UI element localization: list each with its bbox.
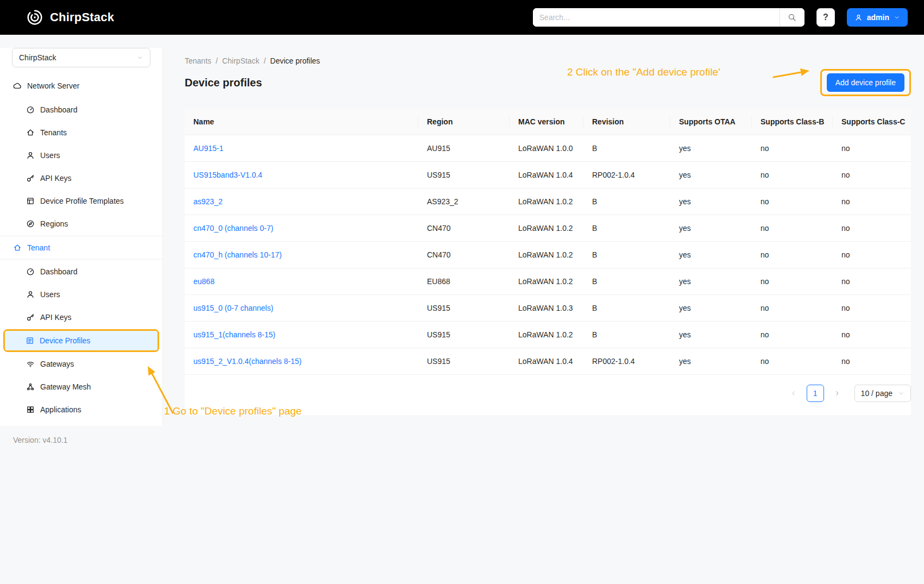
table-cell: yes — [670, 322, 752, 348]
table-header-row: NameRegionMAC versionRevisionSupports OT… — [185, 109, 911, 135]
breadcrumb-item-chirpstack[interactable]: ChirpStack — [222, 56, 259, 65]
table-cell: B — [583, 242, 670, 268]
table-cell: LoRaWAN 1.0.0 — [510, 135, 583, 162]
column-header-mac-version: MAC version — [510, 109, 583, 135]
table-cell: B — [583, 215, 670, 242]
table-row: as923_2AS923_2LoRaWAN 1.0.2Byesnono — [185, 189, 911, 215]
main-content: Tenants/ChirpStack/Device profiles Devic… — [163, 35, 924, 584]
sidebar-item-label: Dashboard — [40, 105, 78, 114]
sidebar-group-network-server[interactable]: Network Server — [0, 74, 162, 98]
sidebar-item-dashboard[interactable]: Dashboard — [5, 261, 157, 282]
sidebar-group-label: Network Server — [27, 81, 79, 90]
sidebar-item-api-keys[interactable]: API Keys — [5, 167, 157, 189]
top-header: ChirpStack ? admin — [0, 0, 924, 35]
table-cell: no — [752, 242, 833, 268]
page-size-select[interactable]: 10 / page — [854, 385, 911, 402]
wifi-icon — [26, 360, 35, 368]
table-cell: B — [583, 189, 670, 215]
table-cell: US915 — [418, 322, 510, 348]
table-cell: no — [752, 162, 833, 189]
sidebar-item-label: Regions — [40, 219, 68, 228]
breadcrumb: Tenants/ChirpStack/Device profiles — [185, 56, 911, 65]
dashboard-icon — [26, 267, 35, 276]
table-cell: no — [752, 135, 833, 162]
tenant-select[interactable]: ChirpStack — [12, 48, 150, 67]
table-row: AU915-1AU915LoRaWAN 1.0.0Byesnono — [185, 135, 911, 162]
table-cell: no — [833, 295, 911, 322]
help-button[interactable]: ? — [816, 8, 835, 27]
table-row: cn470_0 (channels 0-7)CN470LoRaWAN 1.0.2… — [185, 215, 911, 242]
device-profiles-table: NameRegionMAC versionRevisionSupports OT… — [185, 109, 911, 375]
sidebar-item-label: Dashboard — [40, 267, 78, 276]
breadcrumb-item-tenants[interactable]: Tenants — [185, 56, 211, 65]
table-cell: no — [752, 322, 833, 348]
tenant-select-value: ChirpStack — [19, 53, 56, 62]
device-profile-link[interactable]: cn470_h (channels 10-17) — [185, 242, 418, 268]
table-cell: no — [833, 348, 911, 375]
mesh-icon — [26, 382, 35, 391]
table-cell: no — [752, 348, 833, 375]
table-cell: LoRaWAN 1.0.2 — [510, 215, 583, 242]
sidebar-item-gateways[interactable]: Gateways — [5, 353, 157, 375]
sidebar-item-applications[interactable]: Applications — [5, 399, 157, 420]
table-row: us915_0 (0-7 channels)US915LoRaWAN 1.0.3… — [185, 295, 911, 322]
key-icon — [26, 313, 35, 322]
sidebar-item-api-keys[interactable]: API Keys — [5, 306, 157, 328]
table-cell: yes — [670, 348, 752, 375]
sidebar-panel: ChirpStack Network ServerDashboardTenant… — [0, 48, 163, 426]
page-number[interactable]: 1 — [807, 385, 824, 402]
add-device-profile-button[interactable]: Add device profile — [827, 73, 904, 92]
table-cell: RP002-1.0.4 — [583, 162, 670, 189]
compass-icon — [26, 219, 35, 228]
brand[interactable]: ChirpStack — [25, 8, 114, 27]
sidebar-item-gateway-mesh[interactable]: Gateway Mesh — [5, 376, 157, 398]
annotation-arrow-2 — [771, 65, 814, 83]
table-cell: no — [833, 189, 911, 215]
sidebar-group-label: Tenant — [27, 243, 50, 252]
table-cell: yes — [670, 162, 752, 189]
column-header-region: Region — [418, 109, 510, 135]
sidebar-item-label: Users — [40, 151, 60, 160]
sidebar-item-users[interactable]: Users — [5, 284, 157, 305]
table-cell: US915 — [418, 162, 510, 189]
table-cell: LoRaWAN 1.0.2 — [510, 322, 583, 348]
table-cell: no — [833, 135, 911, 162]
sidebar-item-label: API Keys — [40, 313, 72, 322]
search-input[interactable] — [533, 8, 780, 27]
table-cell: RP002-1.0.4 — [583, 348, 670, 375]
device-profile-link[interactable]: us915_0 (0-7 channels) — [185, 295, 418, 322]
sidebar-item-users[interactable]: Users — [5, 145, 157, 166]
column-header-supports-class-c: Supports Class-C — [833, 109, 911, 135]
search-button[interactable] — [780, 8, 804, 27]
profile-icon — [26, 336, 34, 345]
sidebar-item-regions[interactable]: Regions — [5, 213, 157, 235]
home-icon — [13, 243, 22, 252]
previous-page-button[interactable] — [785, 385, 802, 402]
table-body: AU915-1AU915LoRaWAN 1.0.0ByesnonoUS915ba… — [185, 135, 911, 375]
user-menu-button[interactable]: admin — [847, 8, 908, 27]
device-profile-link[interactable]: cn470_0 (channels 0-7) — [185, 215, 418, 242]
device-profile-link[interactable]: as923_2 — [185, 189, 418, 215]
search-icon — [788, 13, 796, 22]
version-label: Version: v4.10.1 — [0, 426, 163, 454]
table-row: cn470_h (channels 10-17)CN470LoRaWAN 1.0… — [185, 242, 911, 268]
table-cell: AS923_2 — [418, 189, 510, 215]
table-cell: US915 — [418, 348, 510, 375]
cloud-icon — [13, 81, 22, 90]
sidebar-item-device-profiles[interactable]: Device Profiles — [5, 331, 158, 350]
table-cell: B — [583, 295, 670, 322]
device-profile-link[interactable]: us915_1(channels 8-15) — [185, 322, 418, 348]
sidebar-item-tenants[interactable]: Tenants — [5, 122, 157, 143]
device-profile-link[interactable]: US915band3-V1.0.4 — [185, 162, 418, 189]
sidebar-item-label: Device Profile Templates — [40, 197, 124, 205]
table-cell: yes — [670, 268, 752, 295]
next-page-button[interactable] — [828, 385, 846, 402]
sidebar-item-dashboard[interactable]: Dashboard — [5, 99, 157, 121]
device-profile-link[interactable]: AU915-1 — [185, 135, 418, 162]
sidebar-group-tenant[interactable]: Tenant — [0, 236, 162, 260]
sidebar-item-device-profile-templates[interactable]: Device Profile Templates — [5, 190, 157, 212]
dashboard-icon — [26, 105, 35, 114]
chevron-down-icon — [137, 54, 143, 61]
device-profile-link[interactable]: eu868 — [185, 268, 418, 295]
device-profile-link[interactable]: us915_2_V1.0.4(channels 8-15) — [185, 348, 418, 375]
